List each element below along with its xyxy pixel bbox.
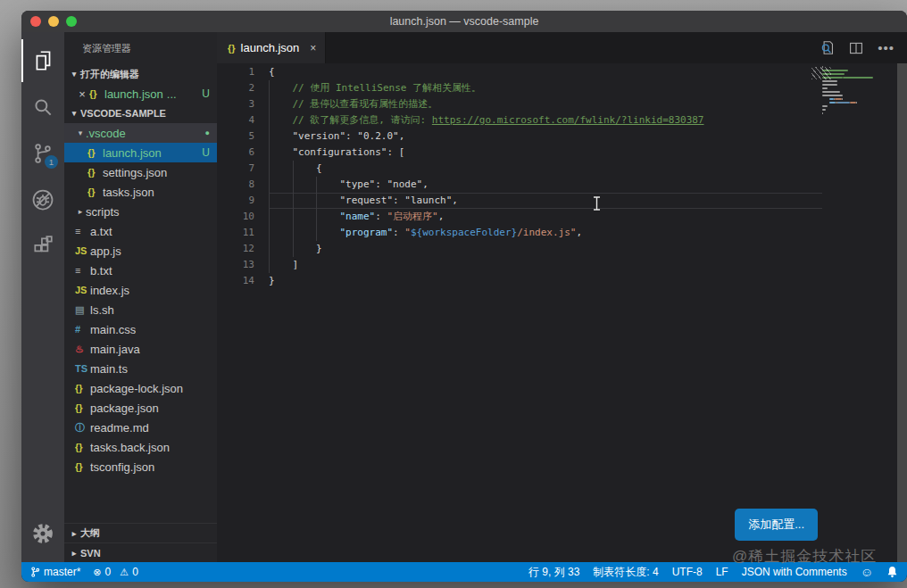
debug-icon[interactable] (21, 178, 64, 221)
code-line-6[interactable]: "configurations": [ (269, 145, 822, 161)
close-window-button[interactable] (30, 16, 41, 27)
tab-launch-json[interactable]: {} launch.json × (217, 32, 326, 63)
tree-item-label: index.js (90, 284, 129, 297)
json-file-icon: {} (75, 442, 90, 452)
tree-item-tsconfig.json[interactable]: {}tsconfig.json (64, 457, 217, 476)
close-editor-icon[interactable]: × (75, 87, 89, 101)
search-icon[interactable] (21, 86, 64, 128)
minimize-window-button[interactable] (48, 16, 59, 27)
svn-section-header[interactable]: ▸ SVN (64, 542, 217, 562)
code-line-13[interactable]: ] (269, 257, 822, 273)
tree-item-readme.md[interactable]: ⓘreadme.md (64, 418, 217, 437)
code-line-3[interactable]: // 悬停以查看现有属性的描述。 (269, 96, 822, 112)
open-changes-icon[interactable] (820, 40, 835, 55)
tree-item-label: main.ts (90, 362, 128, 376)
tree-folder-.vscode[interactable]: ▾.vscode● (64, 123, 217, 143)
tree-item-tasks.back.json[interactable]: {}tasks.back.json (64, 437, 217, 457)
sidebar-title: 资源管理器 (64, 32, 217, 64)
more-actions-icon[interactable]: ••• (878, 44, 895, 53)
twistie-icon: ▾ (75, 128, 86, 137)
project-section-header[interactable]: ▾ VSCODE-SAMPLE (64, 104, 217, 123)
tree-item-package-lock.json[interactable]: {}package-lock.json (64, 378, 217, 398)
status-bar: master* ⊗ 0 ⚠ 0 行 9, 列 33 制表符长度: 4 UTF-8… (21, 562, 907, 582)
explorer-icon[interactable] (21, 39, 64, 82)
tree-item-app.js[interactable]: JSapp.js (64, 241, 217, 261)
code-lines[interactable]: { // 使用 IntelliSense 了解相关属性。 // 悬停以查看现有属… (269, 64, 822, 289)
code-line-5[interactable]: "version": "0.2.0", (269, 128, 822, 145)
indent-guide (293, 161, 294, 257)
tree-item-main.ts[interactable]: TSmain.ts (64, 359, 217, 378)
tab-label: launch.json (241, 41, 300, 54)
tree-folder-scripts[interactable]: ▸scripts (64, 202, 217, 221)
editor-group: {} launch.json × (217, 32, 907, 562)
eol-indicator[interactable]: LF (716, 566, 728, 578)
line-number-gutter: 1234567891011121314 (217, 64, 267, 289)
minimap[interactable] (822, 65, 897, 172)
tree-item-main.css[interactable]: #main.css (64, 319, 217, 339)
problems-indicator[interactable]: ⊗ 0 ⚠ 0 (93, 566, 137, 578)
feedback-smiley-icon[interactable]: ☺ (861, 565, 873, 579)
tree-item-settings.json[interactable]: {}settings.json (64, 162, 217, 182)
tree-item-main.java[interactable]: ♨main.java (64, 339, 217, 359)
code-editor[interactable]: 1234567891011121314 { // 使用 IntelliSense… (217, 63, 907, 562)
json-file-icon: {} (75, 383, 90, 393)
sh-file-icon: ▤ (75, 304, 90, 316)
tree-item-label: a.txt (90, 225, 112, 238)
json-file-icon: {} (228, 43, 236, 54)
tree-item-package.json[interactable]: {}package.json (64, 398, 217, 418)
tree-item-label: b.txt (90, 264, 112, 277)
code-line-8[interactable]: "type": "node", (269, 177, 822, 193)
json-file-icon: {} (87, 167, 103, 178)
tree-item-label: app.js (90, 244, 121, 258)
code-line-1[interactable]: { (269, 64, 822, 80)
code-line-7[interactable]: { (269, 161, 822, 177)
java-file-icon: ♨ (75, 344, 90, 355)
twistie-icon: ▸ (68, 549, 80, 558)
tab-size-indicator[interactable]: 制表符长度: 4 (593, 565, 658, 580)
outline-section-header[interactable]: ▸ 大纲 (64, 523, 217, 542)
tree-item-a.txt[interactable]: ≡a.txt (64, 221, 217, 241)
line-number: 12 (217, 241, 267, 257)
code-line-10[interactable]: "name": "启动程序", (269, 209, 822, 225)
code-line-4[interactable]: // 欲了解更多信息, 请访问: https://go.microsoft.co… (269, 112, 822, 128)
add-configuration-button[interactable]: 添加配置... (735, 509, 818, 541)
zoom-window-button[interactable] (66, 16, 77, 27)
error-icon: ⊗ (93, 567, 101, 577)
tree-item-label: scripts (86, 205, 120, 219)
modified-dot-icon: ● (205, 128, 210, 137)
tree-item-ls.sh[interactable]: ▤ls.sh (64, 300, 217, 319)
window-title: launch.json — vscode-sample (21, 15, 907, 28)
tree-item-launch.json[interactable]: {}launch.jsonU (64, 143, 217, 162)
line-number: 11 (217, 225, 267, 241)
code-link[interactable]: https://go.microsoft.com/fwlink/?linkid=… (432, 114, 704, 126)
open-editor-item-launch-json[interactable]: × {} launch.json ... U (64, 84, 217, 104)
js-file-icon: JS (75, 245, 90, 256)
code-line-2[interactable]: // 使用 IntelliSense 了解相关属性。 (269, 80, 822, 96)
notifications-bell-icon[interactable] (886, 566, 898, 578)
code-line-12[interactable]: } (269, 241, 822, 257)
split-editor-icon[interactable] (849, 41, 863, 55)
cursor-position-indicator[interactable]: 行 9, 列 33 (528, 565, 579, 580)
js-file-icon: JS (75, 285, 90, 295)
source-control-icon[interactable]: 1 (21, 132, 64, 175)
language-mode-indicator[interactable]: JSON with Comments (742, 566, 847, 578)
extensions-icon[interactable] (21, 225, 64, 268)
tree-item-b.txt[interactable]: ≡b.txt (64, 261, 217, 280)
code-line-14[interactable]: } (269, 273, 822, 289)
encoding-indicator[interactable]: UTF-8 (672, 566, 703, 578)
git-branch-indicator[interactable]: master* (30, 566, 80, 578)
title-bar: launch.json — vscode-sample (21, 11, 907, 32)
code-line-9[interactable]: "request": "launch", (269, 193, 822, 209)
code-line-11[interactable]: "program": "${workspaceFolder}/index.js"… (269, 225, 822, 241)
minimap-line (822, 112, 897, 115)
open-editors-header[interactable]: ▾ 打开的编辑器 (64, 64, 217, 84)
tree-item-index.js[interactable]: JSindex.js (64, 280, 217, 300)
txt-file-icon: ≡ (75, 226, 90, 236)
tree-item-tasks.json[interactable]: {}tasks.json (64, 182, 217, 202)
open-editor-desc: ... (167, 87, 177, 101)
settings-gear-icon[interactable] (21, 512, 64, 555)
editor-scrollbar[interactable] (897, 63, 907, 562)
git-status-badge: U (202, 146, 210, 159)
line-number: 9 (217, 193, 267, 209)
tab-close-icon[interactable]: × (310, 42, 316, 54)
